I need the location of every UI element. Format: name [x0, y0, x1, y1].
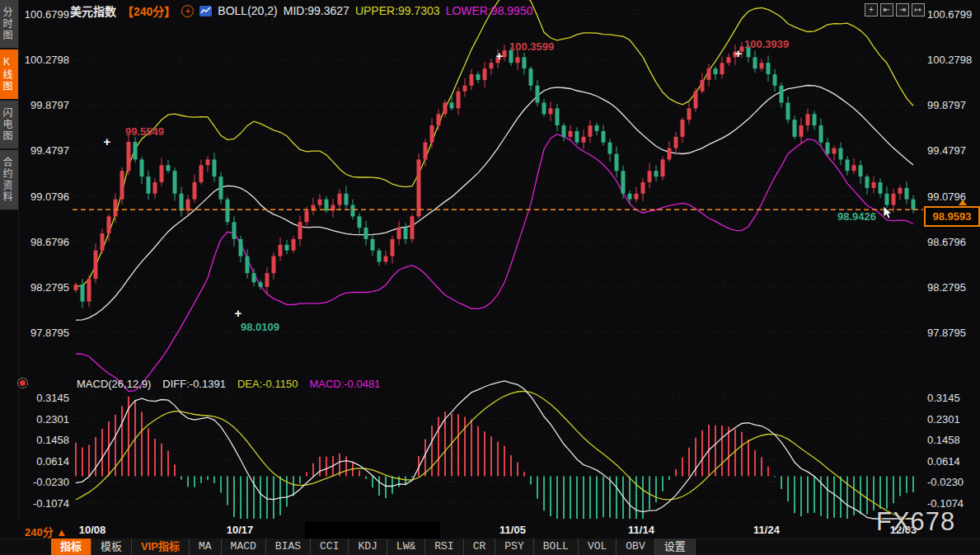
toolbar-tab-MA[interactable]: MA [190, 539, 222, 555]
trading-terminal: 分时图K线图闪电图合约资料 美元指数 【240分】 + BOLL(20,2) M… [0, 0, 980, 555]
price-annotation: 98.0109 [241, 321, 279, 333]
x-axis-row: 240分 ▲ 10/0810/1711/0511/1411/2412/03 [0, 522, 980, 539]
chart-line-icon[interactable] [199, 6, 212, 16]
add-indicator-icon[interactable]: + [181, 5, 194, 17]
toolbar-tab-BIAS[interactable]: BIAS [266, 539, 311, 555]
date-tick-label: 11/24 [753, 524, 780, 536]
symbol-title: 美元指数 [70, 2, 116, 19]
macd-legend-bar: MACD(26,12,9) DIFF:-0.1391 DEA:-0.1150 M… [77, 378, 380, 390]
toolbar-tab-OBV[interactable]: OBV [617, 539, 654, 555]
toolbar-tab-CR[interactable]: CR [464, 539, 496, 555]
toolbar-tab-KDJ[interactable]: KDJ [349, 539, 387, 555]
date-tick-label: 10/17 [227, 524, 254, 536]
pan-right-icon[interactable]: ↦ [912, 3, 925, 16]
price-annotation: 98.9426 [837, 210, 876, 223]
extreme-cross-marker: + [104, 134, 111, 148]
price-annotation: 100.3939 [744, 38, 789, 50]
toolbar-tab-指标[interactable]: 指标 [51, 539, 91, 555]
toolbar-tab-LW&[interactable]: LW& [387, 539, 425, 555]
price-annotation: 100.3599 [509, 40, 554, 53]
toolbar-tab-PSY[interactable]: PSY [495, 539, 533, 555]
chart-canvas[interactable] [0, 0, 980, 555]
macd-marker-icon[interactable] [20, 380, 26, 386]
extreme-cross-marker: + [735, 46, 743, 60]
date-tick-label: 10/08 [79, 524, 106, 536]
x-axis-blank-box [305, 522, 440, 539]
toolbar-tab-RSI[interactable]: RSI [425, 539, 463, 555]
extreme-cross-marker: + [235, 306, 242, 320]
boll-lower-value: LOWER:98.9950 [446, 4, 533, 17]
price-annotation: 99.5549 [125, 125, 164, 138]
last-price-box: 98.9593 [924, 206, 980, 227]
date-tick-label: 11/05 [499, 524, 526, 536]
boll-upper-value: UPPER:99.7303 [355, 4, 440, 17]
toolbar-tab-BOLL[interactable]: BOLL [534, 539, 579, 555]
toolbar-tab-VIP指标[interactable]: VIP指标 [132, 539, 190, 555]
date-tick-label: 11/14 [628, 524, 654, 536]
indicator-toolbar: 指标模板VIP指标MAMACDBIASCCIKDJLW&RSICRPSYBOLL… [51, 539, 696, 555]
macd-macd-value: MACD:-0.0481 [309, 378, 380, 390]
chart-legend-bar: 美元指数 【240分】 + BOLL(20,2) MID:99.3627 UPP… [70, 2, 532, 19]
boll-formula-label: BOLL(20,2) [218, 4, 277, 17]
toolbar-tab-设置[interactable]: 设置 [655, 539, 696, 555]
timeframe-label[interactable]: 240分 ▲ [25, 524, 67, 539]
snap-left-icon[interactable]: ⇤ [880, 3, 893, 16]
snap-right-icon[interactable]: ⇥ [896, 3, 909, 16]
macd-formula-label: MACD(26,12,9) [77, 378, 151, 390]
watermark: FX678 [876, 507, 955, 537]
toolbar-tab-VOL[interactable]: VOL [579, 539, 617, 555]
macd-dea-value: DEA:-0.1150 [237, 378, 298, 390]
crosshair-icon[interactable]: + [865, 3, 878, 16]
mouse-cursor [884, 206, 893, 219]
period-badge: 【240分】 [122, 2, 176, 19]
boll-mid-value: MID:99.3627 [284, 4, 349, 17]
chart-window-controls: +⇤⇥↦ [865, 3, 925, 16]
price-up-arrow-icon [959, 200, 967, 205]
toolbar-tab-模板[interactable]: 模板 [91, 539, 132, 555]
extreme-cross-marker: + [496, 49, 504, 63]
toolbar-tab-MACD[interactable]: MACD [222, 539, 266, 555]
toolbar-tab-CCI[interactable]: CCI [311, 539, 349, 555]
macd-diff-value: DIFF:-0.1391 [162, 378, 226, 390]
